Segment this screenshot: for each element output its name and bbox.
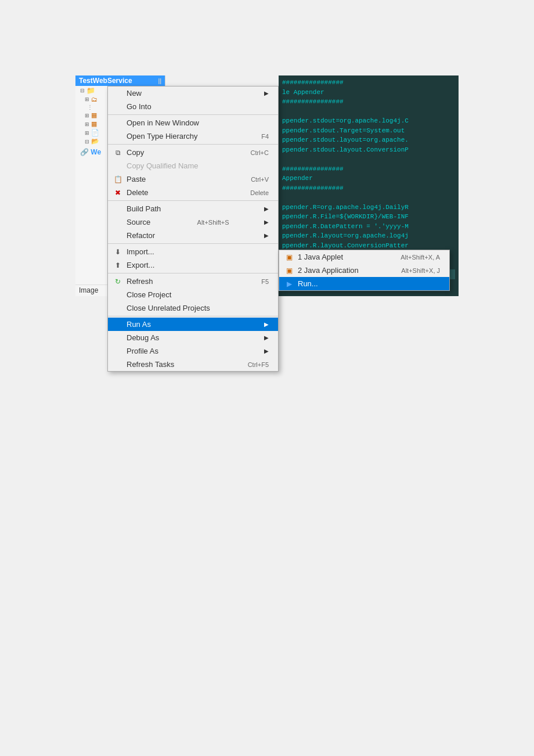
refresh-icon: ↻	[113, 278, 123, 286]
separator-6	[108, 316, 278, 316]
package-icon: 📁	[86, 87, 95, 95]
expand-icon-1: ⊞	[85, 96, 89, 102]
menu-item-open-type-hierarchy[interactable]: Open Type Hierarchy F4	[108, 129, 278, 143]
menu-item-run-as[interactable]: Run As ▶	[108, 318, 278, 331]
menu-item-go-into[interactable]: Go Into	[108, 100, 278, 113]
menu-item-refresh[interactable]: ↻ Refresh F5	[108, 275, 278, 288]
menu-item-paste[interactable]: 📋 Paste Ctrl+V	[108, 172, 278, 186]
separator-5	[108, 273, 278, 273]
folder-icon-6: 📂	[91, 138, 99, 145]
profile-as-arrow: ▶	[264, 348, 269, 354]
menu-item-delete[interactable]: ✖ Delete Delete	[108, 186, 278, 199]
menu-item-export[interactable]: ⬆ Export...	[108, 258, 278, 272]
file-icon-5: 📄	[91, 129, 99, 136]
build-path-arrow: ▶	[264, 206, 269, 212]
debug-as-arrow: ▶	[264, 334, 269, 341]
menu-item-refactor[interactable]: Refactor ▶	[108, 229, 278, 242]
expand-icon-4: ⊞	[85, 121, 89, 127]
menu-item-close-project[interactable]: Close Project	[108, 288, 278, 301]
menu-item-build-path[interactable]: Build Path ▶	[108, 202, 278, 215]
menu-item-run[interactable]: ▶ Run...	[279, 277, 449, 290]
copy-icon: ⧉	[113, 149, 123, 157]
menu-item-import[interactable]: ⬇ Import...	[108, 245, 278, 258]
pkg-icon-4: ▦	[91, 120, 97, 128]
separator-3	[108, 200, 278, 201]
expand-icon: ⊟	[80, 88, 85, 93]
tree-header: TestWebService ||	[75, 75, 165, 86]
menu-item-java-application[interactable]: ▣ 2 Java Application Alt+Shift+X, J	[279, 264, 449, 277]
java-applet-icon: ▣	[284, 253, 294, 261]
menu-item-copy-qualified[interactable]: Copy Qualified Name	[108, 159, 278, 172]
import-icon: ⬇	[113, 248, 123, 256]
separator-2	[108, 144, 278, 145]
package-icon-1: 🗂	[91, 96, 98, 103]
paste-icon: 📋	[113, 175, 123, 183]
menu-item-java-applet[interactable]: ▣ 1 Java Applet Alt+Shift+X, A	[279, 250, 449, 264]
context-menu[interactable]: New ▶ Go Into Open in New Window Open Ty…	[107, 86, 279, 372]
arrow-icon: ▶	[264, 90, 269, 96]
menu-item-copy[interactable]: ⧉ Copy Ctrl+C	[108, 146, 278, 159]
menu-item-open-new-window[interactable]: Open in New Window	[108, 116, 278, 129]
menu-item-new[interactable]: New ▶	[108, 87, 278, 100]
menu-item-profile-as[interactable]: Profile As ▶	[108, 344, 278, 358]
delete-icon: ✖	[113, 189, 123, 197]
run-icon: ▶	[284, 280, 294, 288]
expand-icon-6: ⊟	[85, 139, 89, 145]
export-icon: ⬆	[113, 261, 123, 269]
menu-item-source[interactable]: Source Alt+Shift+S ▶	[108, 215, 278, 229]
refactor-arrow: ▶	[264, 232, 269, 239]
run-as-submenu[interactable]: ▣ 1 Java Applet Alt+Shift+X, A ▣ 2 Java …	[279, 250, 450, 291]
expand-icon-3: ⊞	[85, 113, 89, 118]
tree-header-label: TestWebService	[79, 77, 132, 85]
menu-item-debug-as[interactable]: Debug As ▶	[108, 331, 278, 344]
java-app-icon: ▣	[284, 267, 294, 275]
separator-1	[108, 114, 278, 115]
pkg-icon-3: ▦	[91, 111, 97, 119]
source-arrow: ▶	[264, 219, 269, 225]
run-as-arrow: ▶	[264, 321, 269, 327]
separator-4	[108, 243, 278, 244]
menu-item-close-unrelated[interactable]: Close Unrelated Projects	[108, 301, 278, 315]
menu-item-refresh-tasks[interactable]: Refresh Tasks Ctrl+F5	[108, 358, 278, 371]
expand-icon-5: ⊞	[85, 130, 89, 136]
